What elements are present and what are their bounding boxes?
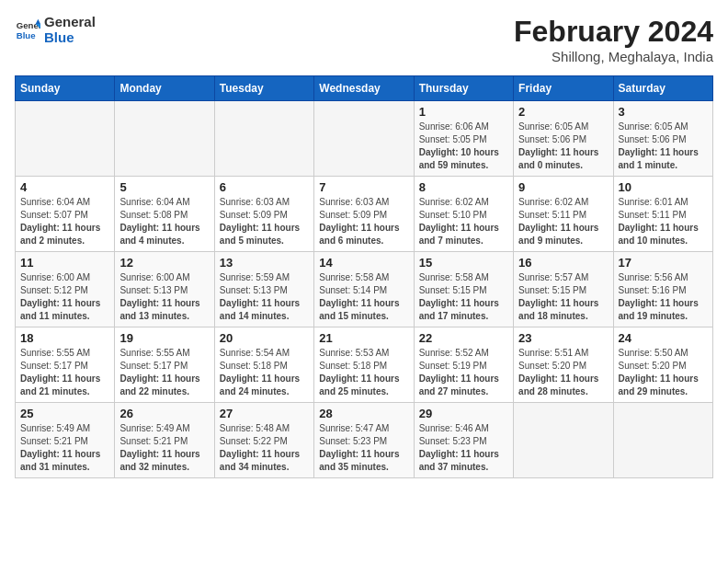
- calendar-cell: [613, 403, 712, 478]
- daylight-hours: Daylight: 11 hours and 24 minutes.: [220, 373, 300, 396]
- calendar-cell: [314, 101, 414, 177]
- day-info: Sunrise: 5:52 AMSunset: 5:19 PMDaylight:…: [419, 347, 508, 398]
- daylight-hours: Daylight: 11 hours and 29 minutes.: [619, 373, 699, 396]
- calendar-cell: [214, 101, 313, 177]
- calendar-cell: 2Sunrise: 6:05 AMSunset: 5:06 PMDaylight…: [514, 101, 613, 177]
- day-number: 23: [518, 331, 608, 345]
- calendar-cell: 22Sunrise: 5:52 AMSunset: 5:19 PMDayligh…: [414, 327, 513, 403]
- day-number: 20: [220, 331, 309, 345]
- day-number: 21: [319, 331, 408, 345]
- day-info: Sunrise: 6:05 AMSunset: 5:06 PMDaylight:…: [518, 121, 608, 172]
- day-info: Sunrise: 5:49 AMSunset: 5:21 PMDaylight:…: [20, 422, 109, 474]
- calendar-cell: 20Sunrise: 5:54 AMSunset: 5:18 PMDayligh…: [214, 327, 313, 403]
- week-row-3: 11Sunrise: 6:00 AMSunset: 5:12 PMDayligh…: [16, 252, 713, 327]
- logo-icon: General Blue: [15, 17, 40, 43]
- day-info: Sunrise: 6:04 AMSunset: 5:08 PMDaylight:…: [119, 196, 209, 247]
- day-number: 3: [619, 105, 708, 119]
- daylight-hours: Daylight: 11 hours and 9 minutes.: [518, 223, 598, 246]
- day-info: Sunrise: 6:01 AMSunset: 5:11 PMDaylight:…: [619, 196, 708, 247]
- day-number: 7: [319, 180, 408, 194]
- day-info: Sunrise: 6:00 AMSunset: 5:13 PMDaylight:…: [119, 271, 209, 323]
- day-number: 8: [419, 180, 508, 194]
- day-number: 10: [619, 180, 708, 194]
- day-number: 19: [119, 331, 209, 345]
- week-row-1: 1Sunrise: 6:06 AMSunset: 5:05 PMDaylight…: [16, 101, 713, 177]
- day-number: 29: [419, 407, 508, 420]
- daylight-hours: Daylight: 11 hours and 32 minutes.: [119, 449, 199, 472]
- col-header-tuesday: Tuesday: [214, 76, 313, 101]
- daylight-hours: Daylight: 11 hours and 17 minutes.: [419, 298, 499, 321]
- day-number: 14: [319, 256, 408, 270]
- daylight-hours: Daylight: 11 hours and 14 minutes.: [220, 298, 300, 321]
- day-number: 15: [419, 256, 508, 270]
- calendar-cell: 6Sunrise: 6:03 AMSunset: 5:09 PMDaylight…: [214, 177, 313, 252]
- week-row-5: 25Sunrise: 5:49 AMSunset: 5:21 PMDayligh…: [16, 403, 713, 478]
- day-number: 1: [419, 105, 508, 119]
- day-number: 28: [319, 407, 408, 420]
- daylight-hours: Daylight: 11 hours and 15 minutes.: [319, 298, 399, 321]
- calendar-table: SundayMondayTuesdayWednesdayThursdayFrid…: [15, 75, 713, 478]
- calendar-cell: 26Sunrise: 5:49 AMSunset: 5:21 PMDayligh…: [115, 403, 214, 478]
- logo: General Blue General Blue: [15, 15, 96, 45]
- day-info: Sunrise: 6:06 AMSunset: 5:05 PMDaylight:…: [419, 121, 508, 172]
- day-info: Sunrise: 5:48 AMSunset: 5:22 PMDaylight:…: [220, 422, 309, 474]
- calendar-cell: 23Sunrise: 5:51 AMSunset: 5:20 PMDayligh…: [514, 327, 613, 403]
- calendar-cell: 14Sunrise: 5:58 AMSunset: 5:14 PMDayligh…: [314, 252, 414, 327]
- daylight-hours: Daylight: 11 hours and 0 minutes.: [518, 147, 598, 170]
- week-row-2: 4Sunrise: 6:04 AMSunset: 5:07 PMDaylight…: [16, 177, 713, 252]
- daylight-hours: Daylight: 11 hours and 11 minutes.: [20, 298, 100, 321]
- day-number: 22: [419, 331, 508, 345]
- day-info: Sunrise: 6:03 AMSunset: 5:09 PMDaylight:…: [220, 196, 309, 247]
- day-number: 18: [20, 331, 109, 345]
- calendar-cell: [115, 101, 214, 177]
- daylight-hours: Daylight: 11 hours and 25 minutes.: [319, 373, 399, 396]
- day-number: 16: [518, 256, 608, 270]
- day-info: Sunrise: 5:49 AMSunset: 5:21 PMDaylight:…: [119, 422, 209, 474]
- day-info: Sunrise: 5:57 AMSunset: 5:15 PMDaylight:…: [518, 271, 608, 323]
- daylight-hours: Daylight: 11 hours and 19 minutes.: [619, 298, 699, 321]
- col-header-wednesday: Wednesday: [314, 76, 414, 101]
- day-number: 13: [220, 256, 309, 270]
- day-number: 2: [518, 105, 608, 119]
- calendar-cell: 12Sunrise: 6:00 AMSunset: 5:13 PMDayligh…: [115, 252, 214, 327]
- day-info: Sunrise: 5:54 AMSunset: 5:18 PMDaylight:…: [220, 347, 309, 398]
- calendar-cell: 11Sunrise: 6:00 AMSunset: 5:12 PMDayligh…: [16, 252, 115, 327]
- svg-text:Blue: Blue: [17, 29, 36, 40]
- sub-title: Shillong, Meghalaya, India: [514, 49, 713, 64]
- calendar-cell: 21Sunrise: 5:53 AMSunset: 5:18 PMDayligh…: [314, 327, 414, 403]
- daylight-hours: Daylight: 11 hours and 37 minutes.: [419, 449, 499, 472]
- calendar-cell: 4Sunrise: 6:04 AMSunset: 5:07 PMDaylight…: [16, 177, 115, 252]
- calendar-cell: 29Sunrise: 5:46 AMSunset: 5:23 PMDayligh…: [414, 403, 513, 478]
- daylight-hours: Daylight: 11 hours and 22 minutes.: [119, 373, 199, 396]
- day-number: 25: [20, 407, 109, 420]
- day-info: Sunrise: 5:58 AMSunset: 5:14 PMDaylight:…: [319, 271, 408, 323]
- day-info: Sunrise: 5:47 AMSunset: 5:23 PMDaylight:…: [319, 422, 408, 474]
- day-info: Sunrise: 6:05 AMSunset: 5:06 PMDaylight:…: [619, 121, 708, 172]
- col-header-sunday: Sunday: [16, 76, 115, 101]
- daylight-hours: Daylight: 11 hours and 10 minutes.: [619, 223, 699, 246]
- daylight-hours: Daylight: 11 hours and 7 minutes.: [419, 223, 499, 246]
- day-info: Sunrise: 5:51 AMSunset: 5:20 PMDaylight:…: [518, 347, 608, 398]
- daylight-hours: Daylight: 10 hours and 59 minutes.: [419, 147, 499, 170]
- calendar-cell: 19Sunrise: 5:55 AMSunset: 5:17 PMDayligh…: [115, 327, 214, 403]
- day-number: 26: [119, 407, 209, 420]
- calendar-cell: 28Sunrise: 5:47 AMSunset: 5:23 PMDayligh…: [314, 403, 414, 478]
- day-number: 9: [518, 180, 608, 194]
- daylight-hours: Daylight: 11 hours and 2 minutes.: [20, 223, 100, 246]
- calendar-cell: 9Sunrise: 6:02 AMSunset: 5:11 PMDaylight…: [514, 177, 613, 252]
- calendar-cell: 27Sunrise: 5:48 AMSunset: 5:22 PMDayligh…: [214, 403, 313, 478]
- day-info: Sunrise: 6:02 AMSunset: 5:10 PMDaylight:…: [419, 196, 508, 247]
- calendar-cell: 8Sunrise: 6:02 AMSunset: 5:10 PMDaylight…: [414, 177, 513, 252]
- day-number: 5: [119, 180, 209, 194]
- calendar-cell: 13Sunrise: 5:59 AMSunset: 5:13 PMDayligh…: [214, 252, 313, 327]
- logo-text-blue: Blue: [44, 30, 96, 46]
- daylight-hours: Daylight: 11 hours and 27 minutes.: [419, 373, 499, 396]
- daylight-hours: Daylight: 11 hours and 5 minutes.: [220, 223, 300, 246]
- calendar-cell: 5Sunrise: 6:04 AMSunset: 5:08 PMDaylight…: [115, 177, 214, 252]
- daylight-hours: Daylight: 11 hours and 13 minutes.: [119, 298, 199, 321]
- calendar-cell: 16Sunrise: 5:57 AMSunset: 5:15 PMDayligh…: [514, 252, 613, 327]
- daylight-hours: Daylight: 11 hours and 6 minutes.: [319, 223, 399, 246]
- calendar-cell: 7Sunrise: 6:03 AMSunset: 5:09 PMDaylight…: [314, 177, 414, 252]
- day-number: 17: [619, 256, 708, 270]
- week-row-4: 18Sunrise: 5:55 AMSunset: 5:17 PMDayligh…: [16, 327, 713, 403]
